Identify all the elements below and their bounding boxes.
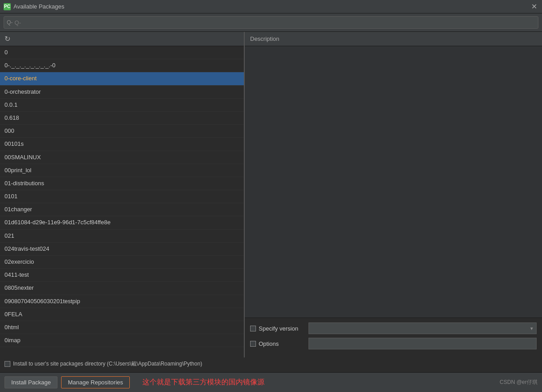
version-select[interactable] (308, 322, 537, 334)
search-bar: Q- (0, 13, 542, 32)
list-item[interactable]: 0-core-client (0, 72, 244, 85)
app-icon: PC (4, 3, 11, 10)
search-input[interactable] (14, 19, 535, 26)
list-item[interactable]: 0.0.1 (0, 99, 244, 112)
list-item[interactable]: 00print_lol (0, 164, 244, 177)
list-item[interactable]: 00101s (0, 138, 244, 151)
options-input[interactable] (308, 338, 537, 349)
options-text: Options (259, 340, 279, 347)
list-item[interactable]: 01changer (0, 203, 244, 216)
close-button[interactable]: ✕ (529, 2, 538, 11)
list-item[interactable]: 02exercicio (0, 256, 244, 269)
search-wrapper: Q- (4, 16, 538, 29)
options-row: Options (250, 338, 537, 349)
description-label: Description (250, 35, 279, 42)
left-panel: ↻ 00-._._._._._._._._.-00-core-client0-o… (0, 32, 245, 357)
list-item[interactable]: 0805nexter (0, 282, 244, 295)
specify-version-checkbox[interactable] (250, 326, 256, 331)
search-icon: Q- (7, 19, 13, 26)
specify-version-row: Specify version ▼ (250, 322, 537, 334)
install-path-checkbox[interactable] (4, 361, 10, 367)
list-item[interactable]: 090807040506030201testpip (0, 295, 244, 308)
list-item[interactable]: 01d61084-d29e-11e9-96d1-7c5cf84ffe8e (0, 216, 244, 229)
list-item[interactable]: 0html (0, 321, 244, 334)
version-options-area: Specify version ▼ Options (245, 318, 542, 357)
install-path-label: Install to user's site packages director… (13, 360, 202, 368)
specify-version-text: Specify version (259, 325, 298, 332)
version-select-wrapper: ▼ (308, 322, 537, 334)
bottom-bar: Install Package Manage Repositories 这个就是… (0, 372, 542, 392)
description-header: Description (245, 32, 542, 46)
list-header: ↻ (0, 32, 244, 46)
list-item[interactable]: 0101 (0, 190, 244, 203)
list-item[interactable]: 000 (0, 125, 244, 138)
main-window: PC Available Packages ✕ Q- ↻ 00-._._._._… (0, 0, 542, 392)
specify-version-label[interactable]: Specify version (250, 325, 308, 332)
package-list[interactable]: 00-._._._._._._._._.-00-core-client0-orc… (0, 46, 244, 357)
list-item[interactable]: 0411-test (0, 269, 244, 282)
list-item[interactable]: 01-distributions (0, 177, 244, 190)
annotation-text: 这个就是下载第三方模块的国内镜像源 (142, 378, 264, 387)
list-item[interactable]: 00SMALINUX (0, 151, 244, 164)
options-label[interactable]: Options (250, 340, 308, 347)
refresh-icon[interactable]: ↻ (4, 35, 10, 43)
csdn-credit: CSDN @er仔琪 (500, 379, 538, 386)
list-item[interactable]: 024travis-test024 (0, 243, 244, 256)
install-path-row: Install to user's site packages director… (0, 357, 542, 370)
window-title: Available Packages (13, 3, 529, 10)
options-checkbox[interactable] (250, 341, 256, 347)
main-content: ↻ 00-._._._._._._._._.-00-core-client0-o… (0, 32, 542, 357)
list-item[interactable]: 021 (0, 230, 244, 243)
list-item[interactable]: 0FELA (0, 308, 244, 321)
list-item[interactable]: 0 (0, 46, 244, 59)
install-package-button[interactable]: Install Package (4, 376, 57, 388)
list-item[interactable]: 0-._._._._._._._._.-0 (0, 59, 244, 72)
list-item[interactable]: 0-orchestrator (0, 86, 244, 99)
manage-repositories-button[interactable]: Manage Repositories (61, 376, 130, 388)
description-content (245, 46, 542, 318)
list-item[interactable]: 0imap (0, 334, 244, 347)
list-item[interactable]: 0.618 (0, 112, 244, 125)
right-panel: Description Specify version ▼ (245, 32, 542, 357)
title-bar: PC Available Packages ✕ (0, 0, 542, 13)
